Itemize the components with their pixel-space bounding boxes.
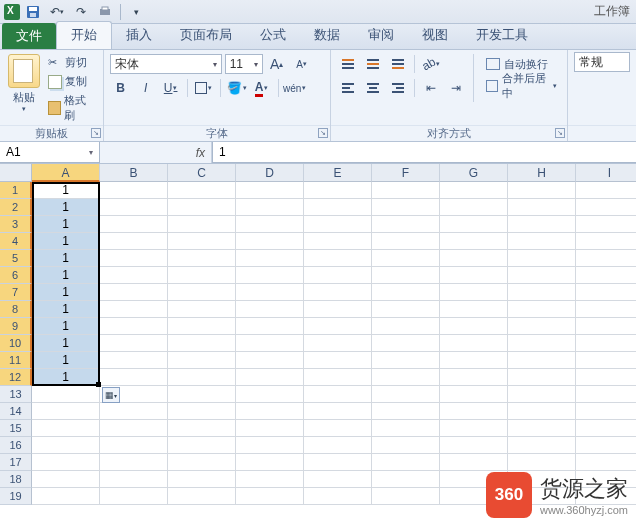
- col-header-B[interactable]: B: [100, 164, 168, 182]
- tab-file[interactable]: 文件: [2, 23, 56, 49]
- print-preview-button[interactable]: [94, 2, 116, 22]
- tab-view[interactable]: 视图: [408, 22, 462, 49]
- tab-formulas[interactable]: 公式: [246, 22, 300, 49]
- name-box[interactable]: A1▾: [0, 142, 100, 163]
- cell-F8[interactable]: [372, 301, 440, 318]
- cell-D17[interactable]: [236, 454, 304, 471]
- cell-D4[interactable]: [236, 233, 304, 250]
- align-right-button[interactable]: [387, 78, 409, 98]
- cell-I16[interactable]: [576, 437, 636, 454]
- fx-icon[interactable]: fx: [196, 146, 205, 160]
- cell-F14[interactable]: [372, 403, 440, 420]
- tab-insert[interactable]: 插入: [112, 22, 166, 49]
- cell-A5[interactable]: 1: [32, 250, 100, 267]
- row-header-2[interactable]: 2: [0, 199, 32, 216]
- cell-A8[interactable]: 1: [32, 301, 100, 318]
- cell-F15[interactable]: [372, 420, 440, 437]
- qat-customize-button[interactable]: ▾: [125, 2, 147, 22]
- format-painter-button[interactable]: 格式刷: [45, 92, 97, 124]
- cell-E14[interactable]: [304, 403, 372, 420]
- cell-F10[interactable]: [372, 335, 440, 352]
- row-header-5[interactable]: 5: [0, 250, 32, 267]
- cut-button[interactable]: ✂剪切: [45, 54, 97, 71]
- cell-A4[interactable]: 1: [32, 233, 100, 250]
- cell-G1[interactable]: [440, 182, 508, 199]
- cell-G5[interactable]: [440, 250, 508, 267]
- cell-H11[interactable]: [508, 352, 576, 369]
- cell-I5[interactable]: [576, 250, 636, 267]
- cell-H1[interactable]: [508, 182, 576, 199]
- copy-button[interactable]: 复制: [45, 73, 97, 90]
- row-header-14[interactable]: 14: [0, 403, 32, 420]
- cell-E17[interactable]: [304, 454, 372, 471]
- row-header-15[interactable]: 15: [0, 420, 32, 437]
- cell-E7[interactable]: [304, 284, 372, 301]
- align-center-button[interactable]: [362, 78, 384, 98]
- cell-A17[interactable]: [32, 454, 100, 471]
- cell-H16[interactable]: [508, 437, 576, 454]
- cell-I14[interactable]: [576, 403, 636, 420]
- row-header-1[interactable]: 1: [0, 182, 32, 199]
- row-header-3[interactable]: 3: [0, 216, 32, 233]
- underline-button[interactable]: U▾: [160, 78, 182, 98]
- cell-H3[interactable]: [508, 216, 576, 233]
- italic-button[interactable]: I: [135, 78, 157, 98]
- cell-H14[interactable]: [508, 403, 576, 420]
- font-size-combo[interactable]: 11▾: [225, 54, 263, 74]
- cell-F16[interactable]: [372, 437, 440, 454]
- row-header-12[interactable]: 12: [0, 369, 32, 386]
- cell-I8[interactable]: [576, 301, 636, 318]
- cell-F13[interactable]: [372, 386, 440, 403]
- cell-H5[interactable]: [508, 250, 576, 267]
- shrink-font-button[interactable]: A▾: [291, 54, 313, 74]
- cell-B14[interactable]: [100, 403, 168, 420]
- cell-I7[interactable]: [576, 284, 636, 301]
- row-header-4[interactable]: 4: [0, 233, 32, 250]
- cell-B15[interactable]: [100, 420, 168, 437]
- row-header-17[interactable]: 17: [0, 454, 32, 471]
- cell-A9[interactable]: 1: [32, 318, 100, 335]
- cell-D1[interactable]: [236, 182, 304, 199]
- cell-B19[interactable]: [100, 488, 168, 505]
- font-launcher[interactable]: ↘: [318, 128, 328, 138]
- cell-G12[interactable]: [440, 369, 508, 386]
- cell-E16[interactable]: [304, 437, 372, 454]
- row-header-19[interactable]: 19: [0, 488, 32, 505]
- cell-E6[interactable]: [304, 267, 372, 284]
- cell-G4[interactable]: [440, 233, 508, 250]
- cell-G10[interactable]: [440, 335, 508, 352]
- cell-B18[interactable]: [100, 471, 168, 488]
- cell-H13[interactable]: [508, 386, 576, 403]
- row-header-7[interactable]: 7: [0, 284, 32, 301]
- cell-F5[interactable]: [372, 250, 440, 267]
- cell-C4[interactable]: [168, 233, 236, 250]
- row-header-9[interactable]: 9: [0, 318, 32, 335]
- cell-G7[interactable]: [440, 284, 508, 301]
- cell-G14[interactable]: [440, 403, 508, 420]
- cell-F7[interactable]: [372, 284, 440, 301]
- bold-button[interactable]: B: [110, 78, 132, 98]
- cell-G6[interactable]: [440, 267, 508, 284]
- cell-B8[interactable]: [100, 301, 168, 318]
- row-header-13[interactable]: 13: [0, 386, 32, 403]
- cell-I9[interactable]: [576, 318, 636, 335]
- cell-H15[interactable]: [508, 420, 576, 437]
- row-header-16[interactable]: 16: [0, 437, 32, 454]
- row-header-11[interactable]: 11: [0, 352, 32, 369]
- cell-F9[interactable]: [372, 318, 440, 335]
- cell-D9[interactable]: [236, 318, 304, 335]
- cell-A19[interactable]: [32, 488, 100, 505]
- cell-H10[interactable]: [508, 335, 576, 352]
- col-header-I[interactable]: I: [576, 164, 636, 182]
- cell-B7[interactable]: [100, 284, 168, 301]
- excel-app-icon[interactable]: [4, 4, 20, 20]
- cell-D13[interactable]: [236, 386, 304, 403]
- cell-E12[interactable]: [304, 369, 372, 386]
- cell-C1[interactable]: [168, 182, 236, 199]
- cell-D5[interactable]: [236, 250, 304, 267]
- cell-I1[interactable]: [576, 182, 636, 199]
- cell-E2[interactable]: [304, 199, 372, 216]
- tab-data[interactable]: 数据: [300, 22, 354, 49]
- align-left-button[interactable]: [337, 78, 359, 98]
- cell-B16[interactable]: [100, 437, 168, 454]
